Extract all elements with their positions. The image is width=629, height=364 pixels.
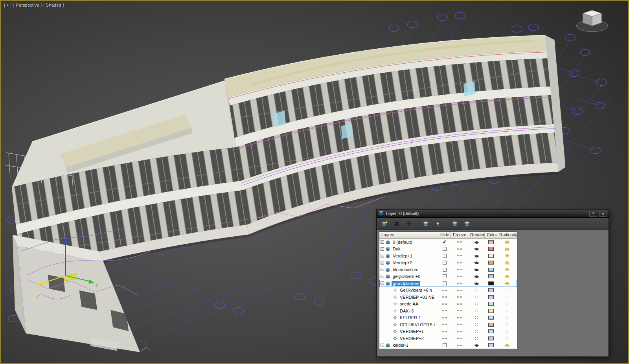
layer-row[interactable]: grondplannen (379, 280, 517, 287)
radiosity-toggle[interactable]: ∷ (497, 321, 517, 328)
viewport-general-menu[interactable]: [ + ] (4, 3, 12, 7)
render-toggle[interactable] (468, 273, 485, 280)
select-highlighted-objects-and-layers-icon[interactable] (421, 219, 430, 228)
radiosity-toggle[interactable] (497, 252, 517, 259)
layer-color-swatch[interactable] (488, 288, 494, 292)
layer-row[interactable]: VERDIEP +01 NE ∷ ∷ (379, 294, 517, 301)
radiosity-toggle[interactable]: ∷ (497, 335, 517, 342)
freeze-toggle[interactable] (451, 266, 468, 273)
radiosity-toggle[interactable] (497, 259, 517, 267)
highlight-selected-objects-layers-icon[interactable] (433, 219, 443, 228)
layer-name[interactable]: Verdiep+2 (392, 260, 414, 265)
layer-row[interactable]: snede AA ∷ ∷ (379, 301, 517, 308)
layer-color-swatch[interactable] (488, 274, 494, 278)
close-button[interactable]: ✕ (599, 211, 607, 217)
freeze-toggle[interactable] (451, 280, 468, 287)
layer-row[interactable]: Gelijkvloers +0 n ∷ ∷ (379, 287, 517, 294)
layer-row[interactable]: Verdiep+2 (379, 259, 517, 267)
expand-toggle[interactable] (381, 261, 384, 265)
freeze-toggle[interactable] (451, 307, 468, 314)
radiosity-toggle[interactable]: ∷ (497, 307, 517, 314)
layer-name[interactable]: bloembakken (392, 267, 419, 272)
hide-toggle[interactable] (438, 342, 451, 349)
add-selected-objects-to-highlighted-layer-icon[interactable] (404, 219, 414, 228)
freeze-unfreeze-all-layers-icon[interactable] (462, 219, 472, 228)
render-toggle[interactable] (468, 342, 485, 349)
layer-color-swatch[interactable] (488, 281, 494, 285)
radiosity-toggle[interactable] (497, 280, 517, 287)
layer-name[interactable]: kelder-1 (392, 343, 410, 347)
layer-row[interactable]: Verdiep+1 (379, 252, 517, 259)
hide-toggle[interactable] (438, 287, 451, 294)
freeze-toggle[interactable] (451, 321, 468, 328)
hide-toggle[interactable] (438, 294, 451, 301)
render-toggle[interactable]: ∷ (468, 321, 485, 328)
layer-row[interactable]: gelijkvloers +0 (379, 273, 517, 280)
hide-toggle[interactable] (438, 307, 451, 314)
expand-toggle[interactable] (381, 281, 384, 285)
layer-color-swatch[interactable] (488, 254, 494, 258)
layer-name[interactable]: gelijkvloers +0 (392, 274, 421, 279)
radiosity-toggle[interactable]: ∷ (497, 294, 517, 301)
layer-color-swatch[interactable] (488, 336, 494, 340)
layer-color-swatch[interactable] (488, 247, 494, 251)
layer-name[interactable]: Dak (392, 246, 402, 251)
layer-row[interactable]: 0 (default) ✓ (379, 239, 517, 246)
freeze-toggle[interactable] (451, 301, 468, 308)
hide-toggle[interactable] (438, 280, 451, 287)
expand-toggle[interactable] (381, 247, 384, 251)
render-toggle[interactable]: ∷ (468, 328, 485, 335)
layer-color-swatch[interactable] (488, 295, 494, 299)
radiosity-toggle[interactable]: ∷ (497, 301, 517, 308)
render-toggle[interactable]: ∷ (468, 301, 485, 308)
expand-toggle[interactable] (381, 275, 384, 278)
layer-color-swatch[interactable] (488, 309, 494, 313)
render-toggle[interactable]: ∷ (468, 335, 485, 342)
layer-row[interactable]: bloembakken (379, 266, 517, 273)
layer-row[interactable]: GELIJKVLOERS + ∷ ∷ (379, 321, 517, 328)
freeze-toggle[interactable] (451, 342, 468, 349)
delete-highlighted-empty-layers-icon[interactable] (392, 219, 401, 228)
hide-unhide-all-layers-icon[interactable] (450, 219, 460, 228)
hide-toggle[interactable] (438, 314, 451, 322)
freeze-toggle[interactable] (451, 252, 468, 259)
layer-name[interactable]: Gelijkvloers +0 n (399, 288, 433, 292)
dialog-titlebar[interactable]: Layer: 0 (default) ? ✕ (377, 210, 609, 218)
freeze-toggle[interactable] (451, 239, 468, 246)
layer-color-swatch[interactable] (488, 316, 494, 320)
render-toggle[interactable] (468, 252, 485, 259)
hide-toggle[interactable] (438, 328, 451, 335)
layer-name[interactable]: VERDIEP+2 (399, 336, 425, 341)
render-toggle[interactable] (468, 280, 485, 287)
layer-color-swatch[interactable] (488, 261, 494, 265)
render-toggle[interactable] (468, 246, 485, 253)
layer-name[interactable]: Verdiep+1 (392, 254, 414, 258)
layer-name[interactable]: DAK+3 (399, 309, 415, 313)
expand-toggle[interactable] (381, 240, 384, 244)
layer-name[interactable]: VERDIEP+1 (399, 329, 425, 334)
hide-toggle[interactable] (438, 266, 451, 273)
layer-color-swatch[interactable] (488, 268, 494, 272)
layer-name[interactable]: KELDER-1 (399, 315, 422, 320)
layer-name[interactable]: VERDIEP +01 NE (399, 295, 436, 300)
freeze-toggle[interactable] (451, 328, 468, 335)
radiosity-toggle[interactable] (497, 266, 517, 273)
hide-toggle[interactable] (438, 246, 451, 253)
radiosity-toggle[interactable]: ∷ (497, 314, 517, 322)
hide-toggle[interactable] (438, 259, 451, 267)
layer-name[interactable]: grondplannen (392, 281, 420, 286)
radiosity-toggle[interactable] (497, 239, 517, 246)
render-toggle[interactable] (468, 239, 485, 246)
hide-toggle[interactable] (438, 252, 451, 259)
radiosity-toggle[interactable]: ∷ (497, 328, 517, 335)
render-toggle[interactable]: ∷ (468, 287, 485, 294)
radiosity-toggle[interactable] (497, 273, 517, 280)
layer-name[interactable]: GELIJKVLOERS + (399, 322, 437, 327)
hide-toggle[interactable] (438, 321, 451, 328)
freeze-toggle[interactable] (451, 287, 468, 294)
freeze-toggle[interactable] (451, 259, 468, 267)
expand-toggle[interactable] (381, 344, 384, 347)
freeze-toggle[interactable] (451, 335, 468, 342)
render-toggle[interactable]: ∷ (468, 307, 485, 314)
freeze-toggle[interactable] (451, 273, 468, 280)
